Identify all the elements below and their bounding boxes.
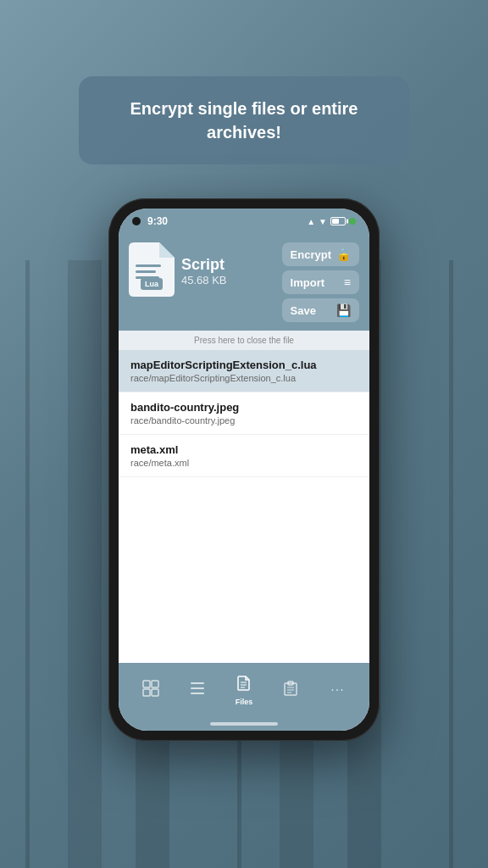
save-icon: 💾 (336, 303, 351, 317)
file-item-name: mapEditorScriptingExtension_c.lua (130, 359, 358, 371)
nav-item-more[interactable]: ··· (314, 679, 361, 701)
encrypt-label: Encrypt (291, 248, 331, 261)
status-time: 9:30 (147, 215, 168, 227)
file-item-path: race/mapEditorScriptingExtension_c.lua (130, 373, 358, 383)
header-top: Lua Script 45.68 KB Encrypt 🔒 (129, 242, 359, 322)
file-size: 45.68 KB (181, 274, 227, 287)
list-icon: ≡ (344, 275, 351, 289)
more-icon: ··· (330, 682, 344, 698)
svg-rect-3 (143, 681, 150, 687)
camera-dot (132, 217, 141, 225)
action-buttons: Encrypt 🔒 Import ≡ Save 💾 (282, 242, 359, 322)
phone-device: 9:30 ▲ ▼ (108, 198, 380, 741)
file-list-container: Press here to close the file mapEditorSc… (119, 331, 369, 663)
svg-rect-1 (136, 270, 156, 273)
nav-item-archives[interactable] (127, 676, 174, 704)
file-info: Lua Script 45.68 KB (129, 242, 227, 297)
encrypt-button[interactable]: Encrypt 🔒 (282, 242, 359, 266)
svg-rect-9 (191, 693, 204, 694)
archives-icon (142, 680, 159, 701)
file-item-path: race/meta.xml (130, 458, 358, 468)
save-button[interactable]: Save 💾 (282, 298, 359, 322)
status-bar-left: 9:30 (132, 215, 168, 227)
home-indicator (119, 717, 369, 731)
wifi-icon: ▼ (319, 217, 327, 226)
save-label: Save (291, 304, 316, 317)
svg-rect-8 (191, 687, 204, 689)
active-indicator (349, 218, 356, 225)
signal-icon: ▲ (307, 217, 315, 226)
home-bar (210, 722, 278, 726)
svg-rect-0 (136, 264, 161, 267)
file-list-item[interactable]: bandito-country.jpeg race/bandito-countr… (119, 392, 369, 435)
file-type-badge: Lua (141, 278, 163, 290)
files-icon (236, 675, 252, 696)
press-to-close-bar[interactable]: Press here to close the file (119, 331, 369, 350)
clipboard-icon (282, 680, 299, 701)
import-label: Import (291, 276, 324, 289)
nav-item-files[interactable]: Files (220, 671, 267, 709)
page-wrapper: Encrypt single files or entire archives!… (0, 0, 488, 868)
import-button[interactable]: Import ≡ (282, 270, 359, 294)
battery-icon (330, 217, 346, 225)
file-list-item[interactable]: mapEditorScriptingExtension_c.lua race/m… (119, 350, 369, 392)
nav-item-list[interactable] (174, 676, 220, 704)
nav-item-clipboard[interactable] (268, 676, 314, 704)
banner-text: Encrypt single files or entire archives! (113, 97, 375, 144)
svg-rect-6 (152, 689, 158, 696)
file-item-path: race/bandito-country.jpeg (130, 415, 358, 426)
file-name: Script (181, 256, 227, 274)
status-bar: 9:30 ▲ ▼ (119, 209, 369, 234)
top-banner: Encrypt single files or entire archives! (79, 76, 409, 164)
files-nav-label: Files (236, 698, 253, 706)
svg-rect-7 (191, 682, 204, 684)
file-details: Script 45.68 KB (181, 253, 227, 287)
battery-fill (332, 219, 339, 224)
bottom-nav: Files ··· (119, 663, 369, 717)
lock-icon: 🔒 (336, 248, 351, 261)
svg-rect-5 (143, 689, 150, 696)
svg-rect-4 (152, 681, 158, 687)
file-icon-wrapper: Lua (129, 242, 175, 297)
file-list-item[interactable]: meta.xml race/meta.xml (119, 435, 369, 477)
file-item-name: meta.xml (130, 443, 358, 456)
phone-screen: 9:30 ▲ ▼ (119, 209, 369, 731)
file-item-name: bandito-country.jpeg (130, 401, 358, 414)
status-icons: ▲ ▼ (307, 217, 356, 226)
list-nav-icon (189, 680, 206, 701)
app-header: Lua Script 45.68 KB Encrypt 🔒 (119, 234, 369, 331)
